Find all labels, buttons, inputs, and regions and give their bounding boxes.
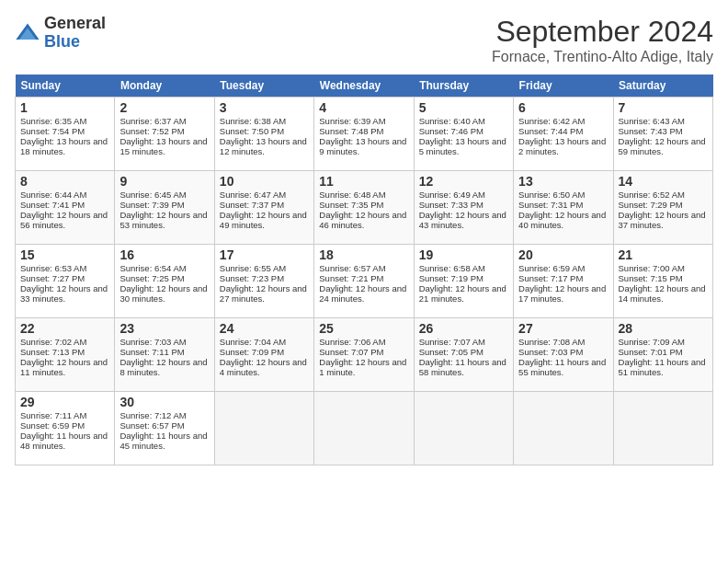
day-info: Sunrise: 7:06 AM (319, 337, 408, 347)
day-number: 27 (518, 321, 608, 336)
logo-icon (15, 20, 40, 46)
calendar-cell: 28Sunrise: 7:09 AMSunset: 7:01 PMDayligh… (613, 318, 712, 392)
calendar-cell: 1Sunrise: 6:35 AMSunset: 7:54 PMDaylight… (16, 98, 115, 171)
day-info: Sunset: 7:35 PM (319, 200, 408, 210)
day-info: Sunrise: 6:45 AM (119, 190, 209, 200)
calendar-cell: 25Sunrise: 7:06 AMSunset: 7:07 PMDayligh… (314, 318, 414, 392)
day-info: Sunset: 6:59 PM (20, 420, 109, 431)
calendar-cell: 20Sunrise: 6:59 AMSunset: 7:17 PMDayligh… (514, 245, 613, 318)
day-info: Daylight: 12 hours and 43 minutes. (419, 210, 508, 230)
day-number: 2 (119, 100, 209, 115)
day-info: Sunrise: 6:44 AM (20, 190, 109, 200)
day-info: Sunset: 7:25 PM (119, 273, 209, 283)
day-info: Daylight: 12 hours and 21 minutes. (419, 283, 508, 304)
day-info: Sunrise: 7:08 AM (518, 337, 608, 347)
day-info: Daylight: 12 hours and 30 minutes. (119, 283, 209, 304)
day-info: Sunrise: 7:12 AM (119, 410, 209, 420)
day-info: Daylight: 12 hours and 46 minutes. (319, 210, 408, 230)
day-info: Sunset: 7:07 PM (319, 347, 408, 357)
calendar-cell: 6Sunrise: 6:42 AMSunset: 7:44 PMDaylight… (514, 98, 613, 171)
day-info: Sunrise: 7:04 AM (220, 337, 309, 347)
day-number: 8 (20, 174, 109, 189)
calendar-cell: 5Sunrise: 6:40 AMSunset: 7:46 PMDaylight… (414, 98, 513, 171)
day-number: 17 (220, 247, 309, 262)
logo-general: General (44, 15, 106, 33)
day-info: Sunset: 7:37 PM (220, 200, 309, 210)
day-info: Sunset: 7:41 PM (20, 200, 109, 210)
day-info: Daylight: 12 hours and 4 minutes. (220, 357, 309, 377)
calendar-cell: 3Sunrise: 6:38 AMSunset: 7:50 PMDaylight… (214, 98, 313, 171)
page-container: General Blue September 2024 Fornace, Tre… (0, 0, 728, 473)
day-number: 18 (319, 247, 408, 262)
day-info: Daylight: 12 hours and 27 minutes. (220, 283, 309, 304)
day-info: Daylight: 12 hours and 17 minutes. (518, 283, 608, 304)
day-info: Sunset: 7:09 PM (220, 347, 309, 357)
day-info: Daylight: 13 hours and 5 minutes. (419, 136, 508, 156)
day-info: Daylight: 11 hours and 48 minutes. (20, 431, 109, 451)
day-number: 28 (619, 321, 708, 336)
day-number: 3 (220, 100, 309, 115)
calendar-cell: 27Sunrise: 7:08 AMSunset: 7:03 PMDayligh… (514, 318, 613, 392)
calendar-cell: 18Sunrise: 6:57 AMSunset: 7:21 PMDayligh… (314, 245, 414, 318)
day-info: Sunrise: 6:40 AM (419, 116, 508, 126)
header-row: SundayMondayTuesdayWednesdayThursdayFrid… (16, 75, 713, 98)
calendar-cell: 21Sunrise: 7:00 AMSunset: 7:15 PMDayligh… (613, 245, 712, 318)
day-info: Sunrise: 6:59 AM (518, 263, 608, 273)
day-info: Sunrise: 6:54 AM (119, 263, 209, 273)
day-number: 15 (20, 247, 109, 262)
day-number: 29 (20, 395, 109, 409)
day-number: 1 (20, 100, 109, 115)
calendar-cell: 10Sunrise: 6:47 AMSunset: 7:37 PMDayligh… (214, 171, 313, 245)
col-header-wednesday: Wednesday (314, 75, 414, 98)
col-header-sunday: Sunday (16, 75, 115, 98)
week-row: 8Sunrise: 6:44 AMSunset: 7:41 PMDaylight… (16, 171, 713, 245)
day-info: Sunset: 7:44 PM (518, 126, 608, 136)
calendar-cell: 23Sunrise: 7:03 AMSunset: 7:11 PMDayligh… (115, 318, 214, 392)
day-info: Sunset: 7:48 PM (319, 126, 408, 136)
col-header-thursday: Thursday (414, 75, 513, 98)
day-number: 12 (419, 174, 508, 189)
day-number: 11 (319, 174, 408, 189)
day-info: Daylight: 12 hours and 1 minute. (319, 357, 408, 377)
day-info: Daylight: 12 hours and 14 minutes. (619, 283, 708, 304)
day-info: Sunset: 7:46 PM (419, 126, 508, 136)
day-number: 25 (319, 321, 408, 336)
day-number: 23 (119, 321, 209, 336)
day-number: 19 (419, 247, 508, 262)
day-number: 26 (419, 321, 508, 336)
calendar-cell (214, 392, 313, 465)
day-info: Sunset: 7:52 PM (119, 126, 209, 136)
day-info: Sunrise: 6:43 AM (619, 116, 708, 126)
day-info: Sunrise: 6:58 AM (419, 263, 508, 273)
day-info: Sunrise: 7:07 AM (419, 337, 508, 347)
day-info: Daylight: 13 hours and 2 minutes. (518, 136, 608, 156)
day-info: Daylight: 11 hours and 51 minutes. (619, 357, 708, 377)
calendar-cell: 17Sunrise: 6:55 AMSunset: 7:23 PMDayligh… (214, 245, 313, 318)
calendar-cell: 8Sunrise: 6:44 AMSunset: 7:41 PMDaylight… (16, 171, 115, 245)
day-number: 4 (319, 100, 408, 115)
calendar-cell (314, 392, 414, 465)
calendar-cell (613, 392, 712, 465)
day-info: Sunrise: 6:49 AM (419, 190, 508, 200)
calendar-cell: 4Sunrise: 6:39 AMSunset: 7:48 PMDaylight… (314, 98, 414, 171)
day-info: Sunrise: 6:52 AM (619, 190, 708, 200)
day-info: Sunset: 7:15 PM (619, 273, 708, 283)
day-info: Sunset: 7:31 PM (518, 200, 608, 210)
day-number: 22 (20, 321, 109, 336)
calendar-table: SundayMondayTuesdayWednesdayThursdayFrid… (15, 75, 713, 465)
calendar-cell: 24Sunrise: 7:04 AMSunset: 7:09 PMDayligh… (214, 318, 313, 392)
day-info: Sunset: 7:43 PM (619, 126, 708, 136)
day-info: Sunset: 7:11 PM (119, 347, 209, 357)
day-info: Sunset: 6:57 PM (119, 420, 209, 431)
week-row: 1Sunrise: 6:35 AMSunset: 7:54 PMDaylight… (16, 98, 713, 171)
day-number: 5 (419, 100, 508, 115)
day-info: Sunset: 7:27 PM (20, 273, 109, 283)
calendar-cell: 11Sunrise: 6:48 AMSunset: 7:35 PMDayligh… (314, 171, 414, 245)
calendar-cell: 16Sunrise: 6:54 AMSunset: 7:25 PMDayligh… (115, 245, 214, 318)
day-info: Daylight: 12 hours and 24 minutes. (319, 283, 408, 304)
calendar-cell: 2Sunrise: 6:37 AMSunset: 7:52 PMDaylight… (115, 98, 214, 171)
day-info: Daylight: 12 hours and 8 minutes. (119, 357, 209, 377)
col-header-tuesday: Tuesday (214, 75, 313, 98)
day-info: Sunrise: 6:48 AM (319, 190, 408, 200)
day-info: Daylight: 12 hours and 49 minutes. (220, 210, 309, 230)
